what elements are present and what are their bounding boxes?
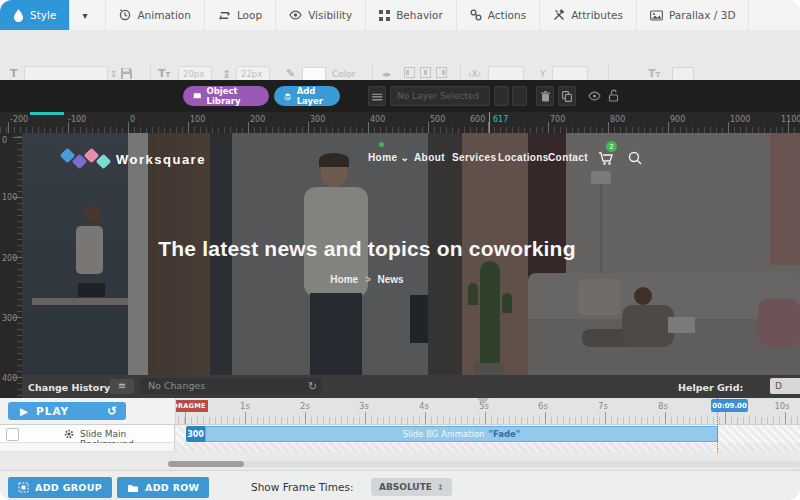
stepper-icon[interactable]: ↕	[110, 69, 118, 79]
tab-label: Animation	[137, 9, 191, 21]
ruler-label: 300	[2, 314, 17, 323]
add-layer-button[interactable]: Add Layer	[274, 86, 340, 106]
time-tick-label: 3s	[359, 401, 369, 411]
refresh-icon[interactable]: ↻	[308, 380, 317, 393]
time-tick-label: 10s	[774, 401, 789, 411]
add-group-button[interactable]: ADD GROUP	[8, 477, 112, 498]
nav-item-about[interactable]: About	[414, 152, 445, 163]
tab-loop[interactable]: Loop	[205, 0, 276, 30]
layer-bar: Object Library Add Layer ≡ No Layer Sele…	[0, 80, 800, 112]
tab-style-dropdown[interactable]: ▾	[70, 0, 106, 30]
time-tick-label: 6s	[538, 401, 548, 411]
h-arrows-icon[interactable]: ◂▸	[382, 69, 391, 79]
nav-item-contact[interactable]: Contact	[548, 152, 588, 163]
time-tick-label: 7s	[598, 401, 608, 411]
unlock-icon[interactable]	[608, 89, 619, 102]
font-family-select[interactable]	[24, 66, 108, 81]
align-right-icon[interactable]	[436, 67, 447, 78]
helper-grid-select[interactable]: D	[770, 378, 800, 394]
breadcrumb-home[interactable]: Home	[330, 274, 358, 285]
timeline-marker-triangle[interactable]	[477, 398, 489, 405]
add-row-button[interactable]: ADD ROW	[117, 477, 209, 498]
timeline-track: 300 Slide BG Animation "Fade"	[176, 425, 800, 443]
row-checkbox[interactable]	[6, 428, 19, 441]
editor-canvas[interactable]: Worksquare Home ⌄ About Services Locatio…	[22, 133, 800, 375]
change-history-bar: Change History: ≡ No Changes ↻ Helper Gr…	[22, 375, 800, 398]
y-position-label: Y	[540, 69, 546, 79]
object-library-button[interactable]: Object Library	[183, 86, 269, 106]
ruler-ticks-major	[13, 133, 22, 398]
ruler-label: 1100	[781, 115, 800, 124]
gear-icon[interactable]	[64, 429, 74, 439]
layer-tool-button[interactable]	[512, 86, 527, 106]
animation-bar[interactable]: Slide BG Animation "Fade"	[205, 426, 718, 442]
cart-icon[interactable]	[598, 150, 615, 166]
tab-label: Visibility	[308, 9, 352, 21]
folder-icon	[127, 483, 139, 493]
save-icon[interactable]	[120, 67, 133, 80]
duplicate-layer-button[interactable]	[558, 86, 576, 106]
animation-bar-name: "Fade"	[489, 429, 521, 439]
history-menu-button[interactable]: ≡	[110, 379, 134, 394]
timeline-track-empty	[176, 443, 800, 452]
layer-selection-field[interactable]: No Layer Selected	[390, 86, 490, 106]
timeline-row-header-empty	[0, 443, 175, 452]
ruler-label: 100	[190, 115, 205, 124]
ruler-scroll-indicator[interactable]	[30, 112, 64, 115]
tab-label: Loop	[237, 9, 262, 21]
ruler-label: 300	[310, 115, 325, 124]
ruler-label: 500	[430, 115, 445, 124]
ruler-label: 0	[130, 115, 135, 124]
breadcrumb[interactable]: Home > News	[330, 274, 403, 285]
tab-attributes[interactable]: Attributes	[540, 0, 637, 30]
text-transform-icon[interactable]: TT	[648, 67, 660, 80]
breadcrumb-current: News	[378, 274, 404, 285]
history-status-field[interactable]: No Changes	[140, 378, 322, 394]
tab-actions[interactable]: Actions	[457, 0, 540, 30]
timeline-ruler: 1s 2s 3s 4s 5s 6s 7s 8s 10s DRAGME 00:09…	[0, 398, 800, 425]
line-height-field[interactable]: 22px	[236, 66, 270, 81]
y-position-field[interactable]	[552, 66, 588, 81]
delete-layer-button[interactable]	[536, 86, 554, 106]
tab-animation[interactable]: Animation	[106, 0, 205, 30]
frame-times-select[interactable]: ABSOLUTE ↕	[371, 478, 452, 496]
tab-behavior[interactable]: Behavior	[366, 0, 457, 30]
site-logo[interactable]: Worksquare	[116, 152, 206, 167]
ruler-label: 200	[250, 115, 265, 124]
tab-label: Style	[30, 9, 56, 21]
timeline-row-header: Slide Main Background	[0, 425, 175, 443]
change-history-label: Change History:	[28, 382, 114, 393]
timeline-scrollbar-thumb[interactable]	[168, 461, 244, 467]
font-size-field[interactable]: 20px	[178, 66, 212, 81]
pencil-icon[interactable]: ✎	[286, 67, 295, 80]
layer-menu-button[interactable]: ≡	[368, 86, 386, 106]
tab-visibility[interactable]: Visibility	[276, 0, 366, 30]
x-position-field[interactable]	[488, 66, 524, 81]
play-button[interactable]: ▶ PLAY ↺	[8, 402, 126, 420]
cart-badge: 2	[606, 141, 617, 152]
tab-style[interactable]: Style	[0, 0, 70, 30]
time-tick-label: 2s	[300, 401, 310, 411]
ruler-label: 700	[550, 115, 565, 124]
tab-label: Actions	[488, 9, 526, 21]
layer-tool-button[interactable]	[494, 86, 509, 106]
timeline-header-left: ▶ PLAY ↺	[0, 398, 176, 424]
history-icon: ↺	[107, 404, 126, 418]
history-icon	[119, 9, 131, 21]
search-icon[interactable]	[628, 151, 642, 165]
hero-heading[interactable]: The latest news and topics on coworking	[158, 237, 575, 261]
font-size-icon: TT	[158, 67, 170, 80]
nav-item-home[interactable]: Home ⌄	[368, 152, 409, 163]
nav-item-locations[interactable]: Locations	[498, 152, 549, 163]
updown-icon: ↕	[437, 483, 444, 492]
timeline-scrollbar-track[interactable]	[168, 461, 800, 467]
ruler-label: 400	[370, 115, 385, 124]
start-time-chip[interactable]: 300	[186, 426, 205, 442]
align-left-icon[interactable]	[404, 67, 415, 78]
tab-parallax-3d[interactable]: Parallax / 3D	[637, 0, 750, 30]
align-center-h-icon[interactable]	[420, 67, 431, 78]
time-tick-label: 1s	[240, 401, 250, 411]
helper-grid-label: Helper Grid:	[678, 382, 743, 393]
eye-icon[interactable]	[588, 91, 601, 101]
nav-item-services[interactable]: Services	[452, 152, 496, 163]
